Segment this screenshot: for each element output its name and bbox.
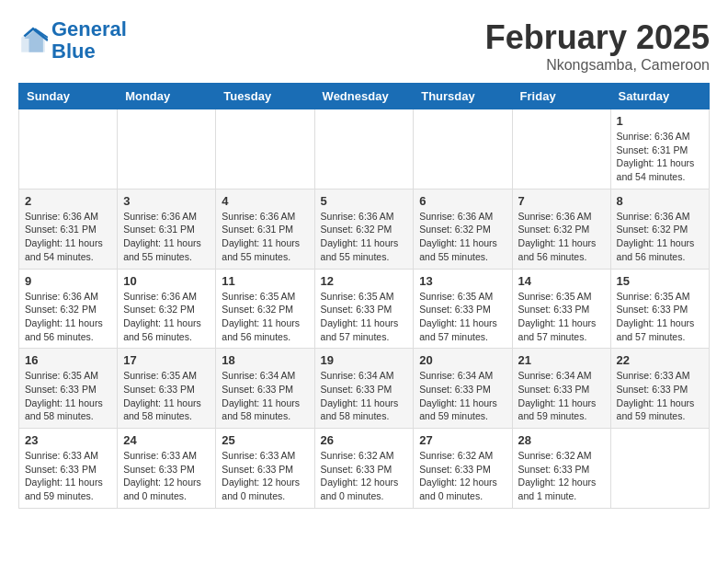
day-number: 28 [518,433,605,447]
weekday-header-saturday: Saturday [610,84,709,109]
calendar-cell: 17Sunrise: 6:35 AM Sunset: 6:33 PM Dayli… [118,349,216,429]
calendar-week-5: 23Sunrise: 6:33 AM Sunset: 6:33 PM Dayli… [19,429,710,509]
day-info: Sunrise: 6:34 AM Sunset: 6:33 PM Dayligh… [222,369,308,423]
day-number: 19 [321,353,408,367]
day-info: Sunrise: 6:36 AM Sunset: 6:31 PM Dayligh… [123,210,210,264]
day-info: Sunrise: 6:36 AM Sunset: 6:31 PM Dayligh… [25,210,111,264]
day-number: 12 [321,274,408,288]
day-info: Sunrise: 6:33 AM Sunset: 6:33 PM Dayligh… [222,449,308,503]
weekday-header-monday: Monday [118,84,216,109]
calendar-cell: 14Sunrise: 6:35 AM Sunset: 6:33 PM Dayli… [512,269,610,349]
day-info: Sunrise: 6:35 AM Sunset: 6:32 PM Dayligh… [222,290,308,344]
calendar-cell: 4Sunrise: 6:36 AM Sunset: 6:31 PM Daylig… [216,189,314,269]
calendar-cell [314,109,414,190]
day-number: 6 [419,194,506,208]
day-info: Sunrise: 6:35 AM Sunset: 6:33 PM Dayligh… [617,290,703,344]
day-number: 16 [25,353,111,367]
logo-line2: Blue [51,40,96,63]
title-area: February 2025 Nkongsamba, Cameroon [485,18,710,74]
day-info: Sunrise: 6:36 AM Sunset: 6:32 PM Dayligh… [419,210,506,264]
day-number: 20 [419,353,506,367]
calendar-week-2: 2Sunrise: 6:36 AM Sunset: 6:31 PM Daylig… [19,189,710,269]
calendar-cell [216,109,314,190]
day-number: 5 [321,194,408,208]
day-number: 4 [222,194,308,208]
day-number: 11 [222,274,308,288]
day-number: 24 [123,433,210,447]
day-info: Sunrise: 6:35 AM Sunset: 6:33 PM Dayligh… [25,369,111,423]
day-info: Sunrise: 6:33 AM Sunset: 6:33 PM Dayligh… [123,449,210,503]
calendar-cell: 1Sunrise: 6:36 AM Sunset: 6:31 PM Daylig… [610,109,709,190]
logo-icon [18,26,48,55]
day-number: 9 [25,274,111,288]
day-info: Sunrise: 6:32 AM Sunset: 6:33 PM Dayligh… [419,449,506,503]
day-number: 10 [123,274,210,288]
calendar-cell: 27Sunrise: 6:32 AM Sunset: 6:33 PM Dayli… [414,429,512,509]
calendar-week-3: 9Sunrise: 6:36 AM Sunset: 6:32 PM Daylig… [19,269,710,349]
calendar-cell: 10Sunrise: 6:36 AM Sunset: 6:32 PM Dayli… [118,269,216,349]
calendar-table: SundayMondayTuesdayWednesdayThursdayFrid… [18,83,710,509]
day-number: 22 [617,353,703,367]
logo-line1: General [51,17,127,40]
weekday-header-friday: Friday [512,84,610,109]
day-number: 7 [518,194,605,208]
day-number: 17 [123,353,210,367]
calendar-week-4: 16Sunrise: 6:35 AM Sunset: 6:33 PM Dayli… [19,349,710,429]
day-number: 14 [518,274,605,288]
calendar-cell: 2Sunrise: 6:36 AM Sunset: 6:31 PM Daylig… [19,189,118,269]
calendar-cell: 21Sunrise: 6:34 AM Sunset: 6:33 PM Dayli… [512,349,610,429]
calendar-cell: 6Sunrise: 6:36 AM Sunset: 6:32 PM Daylig… [414,189,512,269]
day-number: 26 [321,433,408,447]
calendar-cell: 24Sunrise: 6:33 AM Sunset: 6:33 PM Dayli… [118,429,216,509]
calendar-cell [118,109,216,190]
day-number: 21 [518,353,605,367]
calendar-cell: 25Sunrise: 6:33 AM Sunset: 6:33 PM Dayli… [216,429,314,509]
calendar-cell: 9Sunrise: 6:36 AM Sunset: 6:32 PM Daylig… [19,269,118,349]
calendar-cell: 16Sunrise: 6:35 AM Sunset: 6:33 PM Dayli… [19,349,118,429]
calendar-cell [610,429,709,509]
day-number: 15 [617,274,703,288]
day-number: 3 [123,194,210,208]
day-info: Sunrise: 6:34 AM Sunset: 6:33 PM Dayligh… [518,369,605,423]
day-info: Sunrise: 6:35 AM Sunset: 6:33 PM Dayligh… [321,290,408,344]
day-info: Sunrise: 6:36 AM Sunset: 6:32 PM Dayligh… [617,210,703,264]
day-info: Sunrise: 6:36 AM Sunset: 6:32 PM Dayligh… [25,290,111,344]
day-number: 23 [25,433,111,447]
calendar-cell [512,109,610,190]
day-info: Sunrise: 6:35 AM Sunset: 6:33 PM Dayligh… [518,290,605,344]
day-info: Sunrise: 6:32 AM Sunset: 6:33 PM Dayligh… [518,449,605,503]
day-info: Sunrise: 6:33 AM Sunset: 6:33 PM Dayligh… [25,449,111,503]
day-number: 2 [25,194,111,208]
day-number: 27 [419,433,506,447]
weekday-header-sunday: Sunday [19,84,118,109]
logo: General Blue [18,18,127,63]
day-number: 18 [222,353,308,367]
weekday-header-thursday: Thursday [414,84,512,109]
day-number: 1 [617,114,703,128]
calendar-cell: 11Sunrise: 6:35 AM Sunset: 6:32 PM Dayli… [216,269,314,349]
calendar-cell: 26Sunrise: 6:32 AM Sunset: 6:33 PM Dayli… [314,429,414,509]
calendar-cell: 12Sunrise: 6:35 AM Sunset: 6:33 PM Dayli… [314,269,414,349]
calendar-cell: 13Sunrise: 6:35 AM Sunset: 6:33 PM Dayli… [414,269,512,349]
day-info: Sunrise: 6:34 AM Sunset: 6:33 PM Dayligh… [419,369,506,423]
day-info: Sunrise: 6:32 AM Sunset: 6:33 PM Dayligh… [321,449,408,503]
calendar-cell: 15Sunrise: 6:35 AM Sunset: 6:33 PM Dayli… [610,269,709,349]
calendar-cell: 18Sunrise: 6:34 AM Sunset: 6:33 PM Dayli… [216,349,314,429]
calendar-cell [414,109,512,190]
weekday-header-wednesday: Wednesday [314,84,414,109]
logo-text: General Blue [51,18,127,63]
calendar-cell: 22Sunrise: 6:33 AM Sunset: 6:33 PM Dayli… [610,349,709,429]
day-info: Sunrise: 6:36 AM Sunset: 6:31 PM Dayligh… [617,130,703,184]
calendar-cell: 8Sunrise: 6:36 AM Sunset: 6:32 PM Daylig… [610,189,709,269]
day-number: 13 [419,274,506,288]
day-number: 8 [617,194,703,208]
day-info: Sunrise: 6:36 AM Sunset: 6:32 PM Dayligh… [518,210,605,264]
day-info: Sunrise: 6:36 AM Sunset: 6:31 PM Dayligh… [222,210,308,264]
calendar-cell: 28Sunrise: 6:32 AM Sunset: 6:33 PM Dayli… [512,429,610,509]
day-info: Sunrise: 6:34 AM Sunset: 6:33 PM Dayligh… [321,369,408,423]
day-info: Sunrise: 6:35 AM Sunset: 6:33 PM Dayligh… [419,290,506,344]
day-info: Sunrise: 6:36 AM Sunset: 6:32 PM Dayligh… [321,210,408,264]
weekday-header-tuesday: Tuesday [216,84,314,109]
weekday-header-row: SundayMondayTuesdayWednesdayThursdayFrid… [19,84,710,109]
month-title: February 2025 [485,18,710,57]
